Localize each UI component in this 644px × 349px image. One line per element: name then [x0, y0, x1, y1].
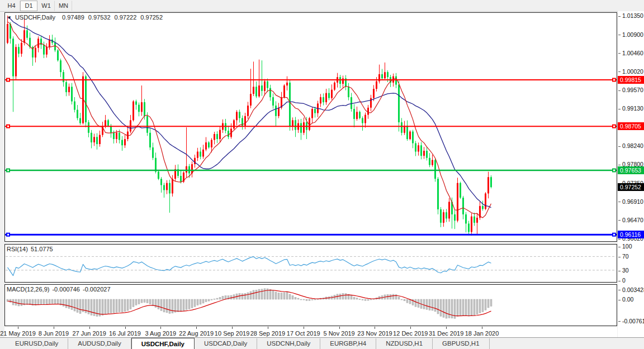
chart-tab-usdcad[interactable]: USDCAD,Daily	[195, 338, 257, 349]
chart-marker-icon: ▼	[7, 15, 12, 20]
timeframe-toolbar: H4D1W1MN	[0, 0, 644, 12]
price-axis-label: 0.96910	[618, 198, 643, 205]
timeframe-button-d1[interactable]: D1	[20, 1, 37, 11]
chart-symbol-title: ▼USDCHF,Daily0.974890.975320.972220.9725…	[7, 14, 163, 21]
date-tick	[375, 327, 375, 329]
macd-signal-value: -0.002027	[83, 286, 111, 293]
date-axis-label: 10 Sep 2019	[215, 330, 249, 337]
date-tick	[89, 327, 90, 329]
date-tick	[482, 327, 482, 329]
date-axis-label: 21 May 2019	[0, 330, 36, 337]
rsi-current-value: 51.0775	[31, 246, 53, 252]
date-tick	[446, 327, 447, 329]
date-tick	[339, 327, 340, 329]
price-axis-label: 0.98240	[618, 142, 643, 149]
price-axis-label: 0.003428	[618, 286, 644, 293]
macd-label: MACD(12,26,9)-0.000746-0.002027	[7, 286, 113, 293]
timeframe-button-h4[interactable]: H4	[3, 1, 20, 11]
macd-name: MACD(12,26,9)	[7, 286, 49, 293]
date-axis-label: 12 Dec 2019	[393, 330, 428, 337]
price-axis-label: 1.00900	[618, 31, 643, 38]
chart-tab-usdchf[interactable]: USDCHF,Daily	[131, 338, 195, 349]
timeframe-button-mn[interactable]: MN	[55, 1, 72, 11]
chart-tab-gbpusd[interactable]: GBPUSD,H1	[433, 338, 489, 349]
price-axis-label: 0.96470	[618, 217, 643, 223]
date-tick	[18, 327, 18, 329]
price-axis-label: -0.007615	[618, 318, 644, 324]
ohlc-low: 0.97222	[115, 14, 137, 21]
date-tick	[232, 327, 233, 329]
chart-tab-bar: EURUSD,DailyAUDUSD,DailyUSDCHF,DailyUSDC…	[0, 337, 644, 349]
date-tick	[160, 327, 161, 329]
price-axis-label: 1.01350	[618, 12, 643, 19]
date-axis-label: 28 Sep 2019	[250, 330, 285, 337]
ohlc-open: 0.97489	[62, 14, 84, 21]
date-axis-label: 22 Aug 2019	[179, 330, 214, 337]
rsi-name: RSI(14)	[7, 246, 28, 252]
date-axis-label: 8 Jun 2019	[39, 330, 69, 337]
price-axis-label: 1.00460	[618, 50, 643, 56]
price-axis-label: 1.00020	[618, 68, 643, 75]
price-axis-label: 0.99570	[618, 87, 643, 93]
price-axis-label: 0.00	[618, 296, 633, 303]
price-line-badge: 0.96116	[618, 231, 644, 238]
price-line-badge: 0.99815	[618, 76, 644, 84]
price-axis-label: 100	[618, 243, 632, 250]
price-axis-label: 70	[618, 253, 629, 260]
chart-tab-usdcnh[interactable]: USDCNH,Daily	[257, 338, 320, 349]
price-line-badge: 0.97653	[618, 166, 644, 174]
chart-tab-eurusd[interactable]: EURUSD,Daily	[6, 338, 68, 349]
date-axis-label: 3 Aug 2019	[145, 330, 177, 337]
date-tick	[125, 327, 126, 329]
date-axis-label: 5 Nov 2019	[323, 330, 354, 337]
date-tick	[304, 327, 304, 329]
date-axis-label: 27 Jun 2019	[72, 330, 106, 337]
price-axis-label: 0	[618, 277, 626, 284]
ohlc-close: 0.97252	[140, 14, 163, 21]
date-tick	[268, 327, 268, 329]
symbol-name: USDCHF,Daily	[15, 14, 55, 21]
date-tick	[196, 327, 197, 329]
mt4-chart-window: { "toolbar": { "timeframes": [ {"label":…	[0, 0, 644, 349]
rsi-label: RSI(14)51.0775	[7, 246, 56, 252]
ohlc-high: 0.97532	[88, 14, 111, 21]
date-axis-label: 31 Dec 2019	[429, 330, 463, 337]
price-line-badge: 0.98705	[618, 122, 644, 130]
chart-tab-nzdusd[interactable]: NZDUSD,H1	[376, 338, 433, 349]
date-axis-label: 23 Nov 2019	[357, 330, 392, 337]
price-line-badge: 0.97252	[618, 183, 644, 191]
date-tick	[410, 327, 411, 329]
date-tick	[54, 327, 54, 329]
timeframe-buttons: H4D1W1MN	[3, 1, 72, 11]
chart-tab-audusd[interactable]: AUDUSD,Daily	[68, 338, 131, 349]
main-chart-canvas[interactable]	[4, 12, 617, 242]
timeframe-button-w1[interactable]: W1	[37, 1, 55, 11]
price-axis-label: 0.99130	[618, 105, 643, 112]
price-axis-label: 30	[618, 267, 629, 274]
date-axis-label: 16 Jul 2019	[109, 330, 141, 337]
date-axis-label: 17 Oct 2019	[287, 330, 320, 337]
date-axis-label: 18 Jan 2020	[465, 330, 499, 337]
macd-main-value: -0.000746	[52, 286, 80, 293]
chart-tab-eurgbp[interactable]: EURGBP,H4	[320, 338, 376, 349]
rsi-pane-canvas[interactable]	[4, 244, 617, 283]
